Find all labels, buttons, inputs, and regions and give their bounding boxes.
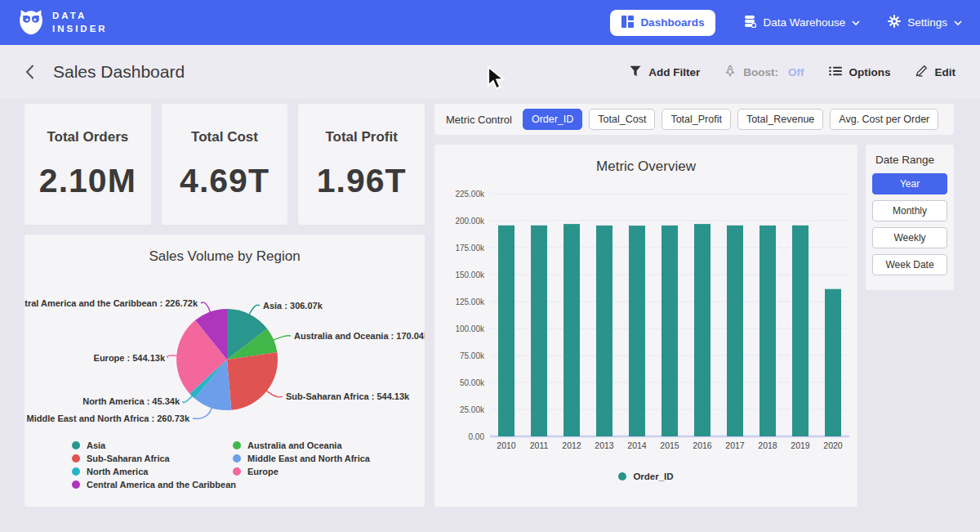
- page-title: Sales Dashboard: [53, 62, 185, 82]
- pie-slice-sub-saharan-africa[interactable]: [227, 352, 278, 410]
- pie-legend-column: AsiaSub-Saharan AfricaNorth AmericaCentr…: [72, 439, 236, 491]
- nav-data-warehouse-menu[interactable]: Data Warehouse: [743, 15, 860, 30]
- date-range-label: Date Range: [875, 154, 947, 166]
- pie-label-central-america-and-the-caribbean: Central America and the Caribbean : 226.…: [24, 298, 198, 308]
- legend-dot: [233, 467, 241, 476]
- legend-item-europe[interactable]: Europe: [233, 465, 370, 478]
- bar-2013[interactable]: [596, 226, 612, 436]
- pie-chart: Asia : 306.07kAustralia and Oceania : 17…: [24, 268, 425, 438]
- nav-dashboards-button[interactable]: Dashboards: [610, 10, 715, 36]
- bar-2012[interactable]: [564, 224, 580, 436]
- x-axis-tick: 2016: [693, 440, 712, 450]
- bar-2020[interactable]: [825, 289, 841, 436]
- boost-toggle[interactable]: Boost:Off: [724, 65, 804, 79]
- metric-button-total-revenue[interactable]: Total_Revenue: [737, 109, 823, 130]
- legend-dot: [233, 454, 241, 463]
- y-axis-tick: 50.00k: [460, 378, 485, 387]
- legend-dot: [72, 467, 80, 476]
- bar-2018[interactable]: [760, 226, 776, 436]
- kpi-card-total-cost: Total Cost4.69T: [162, 104, 288, 225]
- pie-chart-card: Sales Volume by Region Asia : 306.07kAus…: [24, 235, 425, 507]
- y-axis-tick: 150.00k: [455, 270, 485, 279]
- kpi-row: Total Orders2.10MTotal Cost4.69TTotal Pr…: [24, 104, 425, 225]
- x-axis-tick: 2014: [627, 440, 647, 450]
- y-axis-tick: 25.00k: [460, 405, 485, 414]
- bar-2014[interactable]: [629, 226, 645, 436]
- legend-label: Europe: [247, 467, 278, 476]
- app-logo[interactable]: DATA INSIDER: [18, 7, 108, 38]
- bar-2015[interactable]: [662, 226, 678, 436]
- legend-item-middle-east-and-north-africa[interactable]: Middle East and North Africa: [233, 452, 370, 465]
- boost-status: Off: [788, 66, 804, 78]
- legend-label: Asia: [87, 440, 105, 450]
- kpi-label: Total Profit: [325, 129, 397, 145]
- bar-2019[interactable]: [792, 226, 808, 436]
- bar-2010[interactable]: [498, 226, 514, 436]
- pie-chart-title: Sales Volume by Region: [24, 235, 425, 265]
- pie-leader-line: [193, 407, 212, 418]
- pie-label-australia-and-oceania: Australia and Oceania : 170.04k: [294, 331, 425, 341]
- metric-control-bar: Metric Control Order_IDTotal_CostTotal_P…: [434, 104, 954, 135]
- legend-label: Central America and the Caribbean: [87, 480, 236, 490]
- bar-2011[interactable]: [531, 226, 547, 436]
- date-range-button-week-date[interactable]: Week Date: [872, 254, 947, 275]
- legend-item-central-america-and-the-caribbean[interactable]: Central America and the Caribbean: [72, 478, 236, 491]
- options-button[interactable]: Options: [829, 66, 891, 78]
- pie-label-europe: Europe : 544.13k: [94, 353, 166, 363]
- kpi-value: 4.69T: [180, 162, 270, 200]
- bar-2016[interactable]: [694, 224, 710, 436]
- edit-button[interactable]: Edit: [915, 65, 956, 79]
- legend-dot: [618, 472, 626, 481]
- kpi-value: 1.96T: [317, 162, 407, 200]
- y-axis-tick: 200.00k: [455, 217, 485, 226]
- metric-button-total-profit[interactable]: Total_Profit: [662, 109, 731, 130]
- pie-leader-line: [249, 305, 260, 315]
- date-range-button-weekly[interactable]: Weekly: [872, 227, 947, 248]
- legend-dot: [72, 441, 80, 449]
- legend-label: Order_ID: [633, 472, 673, 481]
- legend-item-sub-saharan-africa[interactable]: Sub-Saharan Africa: [72, 452, 236, 465]
- x-axis-tick: 2010: [497, 440, 516, 450]
- kpi-card-total-orders: Total Orders2.10M: [24, 104, 151, 225]
- y-axis-tick: 0.00: [469, 432, 485, 441]
- metric-button-total-cost[interactable]: Total_Cost: [589, 109, 655, 130]
- x-axis-tick: 2012: [562, 440, 581, 450]
- owl-logo-icon: [18, 7, 44, 38]
- chevron-down-icon: [954, 16, 962, 29]
- pie-label-middle-east-and-north-africa: Middle East and North Africa : 260.73k: [27, 414, 190, 423]
- legend-item-north-america[interactable]: North America: [72, 465, 236, 478]
- nav-settings-menu[interactable]: Settings: [888, 15, 962, 30]
- add-filter-button[interactable]: Add Filter: [630, 65, 700, 79]
- date-range-button-year[interactable]: Year: [872, 173, 947, 194]
- filter-funnel-icon: [630, 65, 641, 79]
- metric-button-avg-cost-per-order[interactable]: Avg. Cost per Order: [830, 109, 938, 130]
- y-axis-tick: 225.00k: [455, 190, 485, 199]
- legend-dot: [233, 441, 241, 449]
- bar-2017[interactable]: [727, 226, 743, 436]
- x-axis-tick: 2015: [660, 440, 679, 450]
- kpi-value: 2.10M: [39, 162, 136, 200]
- pie-leader-line: [201, 302, 211, 312]
- pie-leader-line: [167, 355, 178, 358]
- y-axis-tick: 75.00k: [460, 351, 485, 360]
- pie-leader-line: [183, 396, 193, 403]
- kpi-label: Total Orders: [47, 129, 128, 145]
- pie-leader-line: [273, 336, 291, 341]
- legend-item-asia[interactable]: Asia: [72, 439, 236, 452]
- dashboards-grid-icon: [621, 16, 634, 30]
- metric-button-order-id[interactable]: Order_ID: [523, 109, 582, 130]
- sales-dashboard-app: DATA INSIDER Dashboards Data Warehouse: [0, 0, 980, 532]
- x-axis-tick: 2013: [595, 440, 614, 450]
- mouse-cursor: [487, 66, 508, 91]
- pie-legend-column: Australia and OceaniaMiddle East and Nor…: [233, 439, 370, 478]
- legend-dot: [72, 454, 80, 463]
- chevron-down-icon: [852, 16, 860, 29]
- date-range-button-monthly[interactable]: Monthly: [872, 200, 947, 221]
- y-axis-tick: 125.00k: [455, 297, 485, 306]
- gear-icon: [888, 15, 901, 30]
- bar-chart-legend[interactable]: Order_ID: [434, 472, 858, 481]
- x-axis-tick: 2019: [791, 440, 810, 450]
- back-button[interactable]: [24, 64, 35, 80]
- y-axis-tick: 175.00k: [455, 244, 485, 253]
- legend-item-australia-and-oceania[interactable]: Australia and Oceania: [233, 439, 370, 452]
